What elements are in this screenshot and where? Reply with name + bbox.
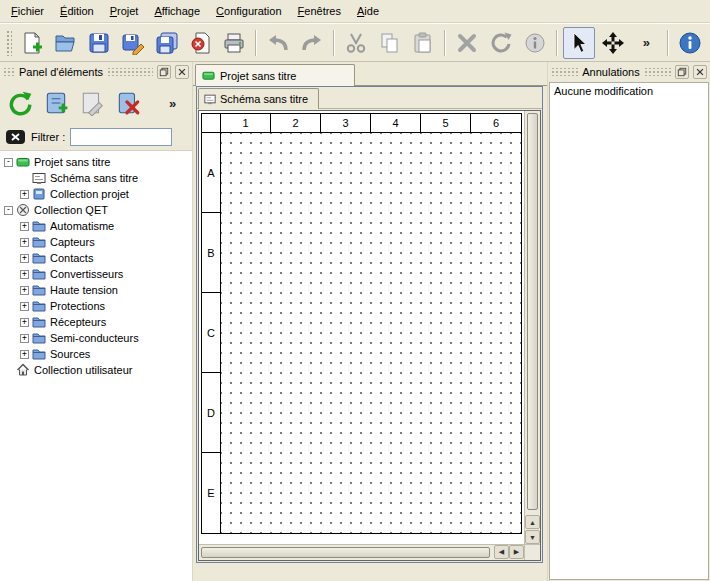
new-element-button[interactable] [42, 88, 69, 118]
diagram-view[interactable]: 123456 ABCDE ▲ ▼ ◀ ▶ [198, 110, 541, 561]
expand-plus-icon[interactable]: + [20, 190, 29, 199]
tree-item-collection-projet[interactable]: +Collection projet [0, 186, 192, 202]
dock-float-button[interactable] [675, 65, 689, 79]
close-icon [177, 67, 187, 77]
tab-schema-sans-titre[interactable]: Schéma sans titre [198, 88, 319, 109]
expand-plus-icon[interactable]: + [20, 222, 29, 231]
menu-projet[interactable]: Projet [102, 2, 147, 20]
menu-edition[interactable]: Édition [52, 2, 102, 20]
toolbar-gripper[interactable] [6, 30, 12, 56]
expand-plus-icon[interactable]: + [20, 254, 29, 263]
menu-affichage[interactable]: Affichage [146, 2, 208, 20]
tree-item-convertisseurs[interactable]: +Convertisseurs [0, 266, 192, 282]
filter-input[interactable] [70, 128, 172, 146]
row-header-e: E [202, 453, 220, 533]
menu-configuration[interactable]: Configuration [208, 2, 289, 20]
delete-element-button[interactable] [114, 88, 141, 118]
save-all-icon [155, 31, 179, 55]
cut-button [340, 27, 372, 59]
expand-plus-icon[interactable]: + [20, 318, 29, 327]
column-header-3: 3 [321, 114, 371, 132]
tree-item-contacts[interactable]: +Contacts [0, 250, 192, 266]
expand-plus-icon[interactable]: + [20, 286, 29, 295]
column-header-2: 2 [271, 114, 321, 132]
undo-panel-dock: Annulations Aucune modification [547, 62, 710, 581]
dock-close-button[interactable] [175, 65, 189, 79]
tree-indent [0, 338, 16, 339]
panel-overflow-button[interactable]: » [159, 88, 186, 118]
tree-item-projet-sans-titre[interactable]: -Projet sans titre [0, 154, 192, 170]
toolbar-overflow-button[interactable]: » [630, 27, 662, 59]
tree-item-label: Convertisseurs [50, 268, 123, 280]
folder-icon [32, 235, 46, 249]
tab-projet-sans-titre[interactable]: Projet sans titre [195, 64, 355, 86]
undo-icon [266, 31, 290, 55]
expand-plus-icon[interactable]: + [20, 334, 29, 343]
expand-plus-icon[interactable]: + [20, 238, 29, 247]
collapse-minus-icon[interactable]: - [4, 206, 13, 215]
about-button[interactable] [674, 27, 706, 59]
tree-indent [0, 178, 16, 179]
row-headers: ABCDE [201, 132, 221, 534]
dock-handle [3, 68, 15, 76]
open-document-button[interactable] [49, 27, 81, 59]
dock-close-button[interactable] [693, 65, 707, 79]
tree-item-automatisme[interactable]: +Automatisme [0, 218, 192, 234]
scroll-up-button[interactable]: ▲ [525, 515, 540, 529]
tree-item-capteurs[interactable]: +Capteurs [0, 234, 192, 250]
save-as-button[interactable] [117, 27, 149, 59]
tree-item-label: Haute tension [50, 284, 118, 296]
tree-indent [0, 306, 16, 307]
expand-plus-icon[interactable]: + [20, 302, 29, 311]
select-arrow-icon [567, 31, 591, 55]
save-icon [87, 31, 111, 55]
scroll-right-button[interactable]: ▶ [509, 545, 524, 559]
undo-panel-titlebar[interactable]: Annulations [548, 62, 710, 82]
undo-history-list[interactable]: Aucune modification [549, 82, 709, 580]
tree-item-recepteurs[interactable]: +Récepteurs [0, 314, 192, 330]
project-subwindow: Schéma sans titre 123456 ABCDE ▲ ▼ ◀ [196, 86, 543, 563]
diagram-scene: 123456 ABCDE [201, 113, 523, 534]
scroll-down-button[interactable]: ▼ [525, 530, 540, 544]
tree-item-haute-tension[interactable]: +Haute tension [0, 282, 192, 298]
mdi-area: Projet sans titre Schéma sans titre 1234… [193, 62, 547, 581]
horizontal-scrollbar-thumb[interactable] [201, 547, 490, 558]
menu-fichier[interactable]: Fichier [3, 2, 52, 20]
column-header-5: 5 [421, 114, 471, 132]
tree-item-label: Collection QET [34, 204, 108, 216]
print-button[interactable] [218, 27, 250, 59]
expand-plus-icon[interactable]: + [20, 270, 29, 279]
diagram-info-button [519, 27, 551, 59]
menu-aide[interactable]: Aide [349, 2, 387, 20]
folder-icon [32, 251, 46, 265]
collapse-minus-icon[interactable]: - [4, 158, 13, 167]
save-button[interactable] [83, 27, 115, 59]
dock-float-button[interactable] [157, 65, 171, 79]
tree-item-schema-sans-titre[interactable]: Schéma sans titre [0, 170, 192, 186]
menu-fenetres[interactable]: Fenêtres [290, 2, 349, 20]
save-all-button[interactable] [151, 27, 183, 59]
expand-plus-icon[interactable]: + [20, 350, 29, 359]
vertical-scrollbar-thumb[interactable] [527, 113, 538, 510]
filter-row: Filtrer : [0, 124, 192, 150]
pan-tool-button[interactable] [597, 27, 629, 59]
close-file-button[interactable] [185, 27, 217, 59]
select-tool-button[interactable] [563, 27, 595, 59]
reload-collections-button[interactable] [6, 88, 33, 118]
panel-overflow-label: » [169, 96, 176, 111]
schema-tab-label: Schéma sans titre [220, 93, 308, 105]
scroll-left-button[interactable]: ◀ [494, 545, 509, 559]
diagram-grid[interactable] [220, 132, 522, 534]
new-document-button[interactable] [16, 27, 48, 59]
scrollbar-corner [524, 544, 540, 560]
tree-indent [0, 226, 16, 227]
tree-item-protections[interactable]: +Protections [0, 298, 192, 314]
elements-panel-titlebar[interactable]: Panel d'éléments [0, 62, 192, 82]
tree-item-semi-conducteurs[interactable]: +Semi-conducteurs [0, 330, 192, 346]
vertical-scrollbar[interactable]: ▲ ▼ [524, 111, 540, 544]
tree-item-collection-qet[interactable]: -Collection QET [0, 202, 192, 218]
horizontal-scrollbar[interactable]: ◀ ▶ [199, 544, 524, 560]
tree-item-sources[interactable]: +Sources [0, 346, 192, 362]
tree-item-collection-utilisateur[interactable]: Collection utilisateur [0, 362, 192, 378]
clear-filter-button[interactable] [5, 128, 26, 146]
